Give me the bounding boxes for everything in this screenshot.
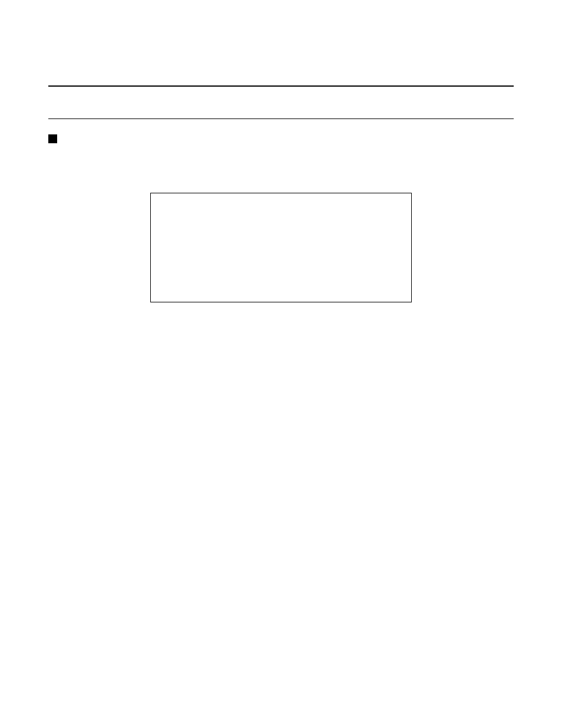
horizontal-rule-top — [48, 85, 514, 87]
square-bullet-icon — [48, 134, 57, 143]
horizontal-rule-bottom — [48, 118, 514, 119]
content-box — [150, 193, 412, 302]
bullet-item — [48, 133, 514, 143]
document-page — [0, 0, 562, 302]
